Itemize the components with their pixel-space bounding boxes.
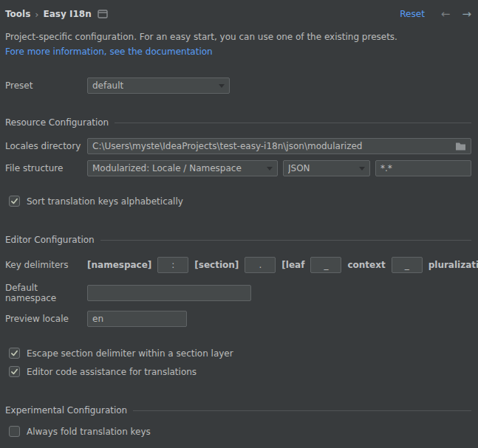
breadcrumb-easy-i18n: Easy I18n xyxy=(44,9,92,19)
fold-keys-checkbox-label: Always fold translation keys xyxy=(27,427,151,437)
preset-row: Preset default xyxy=(5,77,471,94)
section-divider xyxy=(100,240,471,241)
topbar: Tools › Easy I18n Reset ← → xyxy=(5,6,471,22)
chevron-down-icon xyxy=(219,84,225,88)
plural-delimiter-field[interactable] xyxy=(392,257,423,273)
code-assistance-checkbox[interactable] xyxy=(9,366,20,377)
default-namespace-input[interactable] xyxy=(92,288,246,298)
sort-keys-checkbox[interactable] xyxy=(9,196,20,207)
preview-locale-field[interactable] xyxy=(87,311,187,327)
chevron-down-icon xyxy=(267,167,273,170)
preset-dropdown-value: default xyxy=(92,80,123,91)
file-pattern-input[interactable] xyxy=(380,163,466,173)
locales-directory-row: Locales directory xyxy=(5,138,471,154)
section-delimiter-field[interactable] xyxy=(245,257,276,273)
context-token: context xyxy=(347,260,385,270)
key-delimiters-row: Key delimiters [namespace] [section] [le… xyxy=(5,257,471,273)
help-topic-icon[interactable] xyxy=(98,10,108,18)
forward-arrow-icon[interactable]: → xyxy=(462,9,471,20)
default-namespace-label: Default namespace xyxy=(5,283,87,303)
breadcrumb: Tools › Easy I18n xyxy=(5,9,108,20)
code-assistance-checkbox-row[interactable]: Editor code assistance for translations xyxy=(9,366,471,377)
context-delimiter-input[interactable] xyxy=(315,260,336,270)
locales-directory-field[interactable] xyxy=(87,138,471,154)
reset-link[interactable]: Reset xyxy=(400,9,425,19)
file-format-dropdown[interactable]: JSON xyxy=(283,160,370,176)
leaf-token: [leaf xyxy=(281,260,304,270)
file-structure-dropdown[interactable]: Modularized: Locale / Namespace xyxy=(87,160,278,176)
namespace-delimiter-field[interactable] xyxy=(157,257,188,273)
resource-section-header: Resource Configuration xyxy=(5,117,471,128)
escape-section-checkbox[interactable] xyxy=(9,348,20,359)
editor-section-title: Editor Configuration xyxy=(5,235,95,245)
resource-section-title: Resource Configuration xyxy=(5,117,109,128)
breadcrumb-tools[interactable]: Tools xyxy=(5,9,30,19)
key-delimiters-label: Key delimiters xyxy=(5,260,87,270)
code-assistance-checkbox-label: Editor code assistance for translations xyxy=(27,367,197,377)
section-delimiter-input[interactable] xyxy=(250,260,270,270)
file-format-dropdown-value: JSON xyxy=(288,163,310,173)
locales-directory-label: Locales directory xyxy=(5,141,87,151)
preset-dropdown[interactable]: default xyxy=(87,77,230,94)
section-divider xyxy=(115,123,471,123)
file-structure-label: File structure xyxy=(5,163,87,173)
default-namespace-field[interactable] xyxy=(87,285,251,301)
editor-section-header: Editor Configuration xyxy=(5,235,471,245)
plural-delimiter-input[interactable] xyxy=(397,260,417,270)
description-text: Project-specific configuration. For an e… xyxy=(5,32,471,42)
fold-keys-checkbox-row[interactable]: Always fold translation keys xyxy=(9,426,471,437)
locales-directory-input[interactable] xyxy=(92,141,451,151)
pluralization-token: pluralization] xyxy=(429,260,478,270)
namespace-token: [namespace] xyxy=(87,260,151,270)
file-structure-dropdown-value: Modularized: Locale / Namespace xyxy=(92,163,242,173)
sort-keys-checkbox-label: Sort translation keys alphabetically xyxy=(27,196,183,207)
back-arrow-icon[interactable]: ← xyxy=(441,9,451,20)
escape-section-checkbox-row[interactable]: Escape section delimiter within a sectio… xyxy=(9,348,471,359)
escape-section-checkbox-label: Escape section delimiter within a sectio… xyxy=(27,348,233,359)
sort-keys-checkbox-row[interactable]: Sort translation keys alphabetically xyxy=(9,196,471,207)
namespace-delimiter-input[interactable] xyxy=(163,260,183,270)
experimental-section-title: Experimental Configuration xyxy=(5,405,127,416)
preset-label: Preset xyxy=(5,80,87,91)
file-pattern-field[interactable] xyxy=(375,160,471,176)
experimental-section-header: Experimental Configuration xyxy=(5,405,471,416)
preview-locale-row: Preview locale xyxy=(5,311,471,327)
section-divider xyxy=(133,410,471,411)
folder-icon[interactable] xyxy=(455,142,466,151)
context-delimiter-field[interactable] xyxy=(310,257,341,273)
preview-locale-label: Preview locale xyxy=(5,314,87,324)
easy-i18n-settings-page: Tools › Easy I18n Reset ← → Project-spec… xyxy=(0,0,478,448)
fold-keys-checkbox[interactable] xyxy=(9,426,20,437)
file-structure-row: File structure Modularized: Locale / Nam… xyxy=(5,160,471,176)
section-token: [section] xyxy=(194,260,239,270)
preview-locale-input[interactable] xyxy=(92,314,182,324)
default-namespace-row: Default namespace xyxy=(5,283,471,303)
chevron-right-icon: › xyxy=(30,9,43,20)
topbar-actions: Reset ← → xyxy=(400,9,471,20)
chevron-down-icon xyxy=(359,167,365,170)
documentation-link[interactable]: Fore more information, see the documenta… xyxy=(5,46,213,57)
